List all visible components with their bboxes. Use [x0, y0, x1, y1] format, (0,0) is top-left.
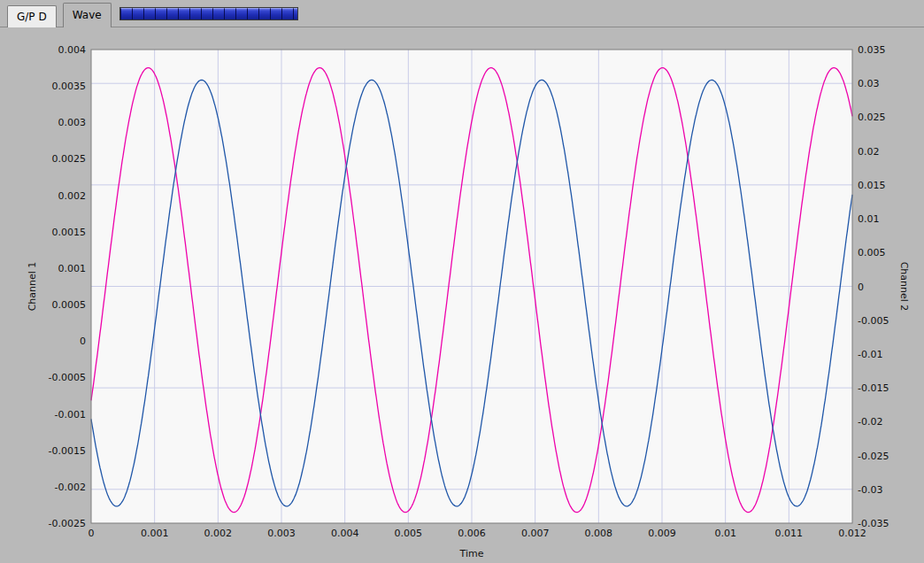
tab-wave-label: Wave	[73, 9, 102, 21]
y-right-tick-label: -0.03	[858, 484, 882, 496]
y-right-axis-title: Channel 2	[898, 262, 910, 312]
x-tick-label: 0.001	[141, 528, 169, 539]
y-right-tick-label: -0.01	[858, 349, 882, 360]
x-tick-label: 0.004	[331, 528, 359, 539]
y-left-tick-label: -0.0025	[49, 518, 86, 529]
x-tick-label: 0.008	[585, 528, 613, 539]
y-left-tick-label: 0.0005	[52, 299, 87, 311]
y-left-tick-label: -0.0015	[49, 445, 86, 457]
y-right-tick-label: -0.02	[858, 416, 882, 428]
x-tick-label: 0.01	[714, 528, 736, 539]
tab-gpd-label: G/P D	[17, 11, 47, 23]
y-right-tick-label: 0.025	[858, 112, 886, 123]
y-right-tick-label: 0.02	[858, 146, 880, 158]
x-tick-label: 0.007	[521, 528, 550, 539]
waveform-graph: 0.0040.00350.0030.00250.0020.00150.0010.…	[0, 28, 924, 563]
y-left-tick-label: 0.0015	[52, 227, 87, 238]
x-tick-label: 0	[89, 528, 95, 539]
y-right-tick-label: -0.015	[858, 382, 889, 394]
y-right-tick-label: 0.03	[858, 78, 880, 89]
x-tick-label: 0.012	[838, 528, 866, 539]
y-left-tick-label: 0.0025	[52, 153, 87, 165]
y-right-tick-label: 0.01	[858, 213, 880, 225]
x-tick-label: 0.011	[775, 528, 804, 539]
y-right-tick-label: -0.005	[858, 315, 889, 327]
y-left-tick-label: 0.003	[58, 117, 87, 128]
y-left-tick-label: 0.004	[58, 44, 87, 56]
x-tick-label: 0.002	[204, 528, 233, 539]
y-right-tick-label: 0.005	[858, 247, 886, 258]
y-left-tick-label: -0.0005	[49, 372, 86, 383]
x-tick-label: 0.003	[267, 528, 296, 539]
y-left-tick-label: 0.002	[58, 190, 87, 202]
progress-indicator	[119, 7, 298, 20]
y-left-tick-label: -0.002	[55, 482, 86, 493]
y-left-tick-label: 0.0035	[52, 81, 87, 92]
y-left-tick-label: 0.001	[58, 263, 87, 274]
tab-gpd[interactable]: G/P D	[7, 5, 57, 27]
y-left-tick-label: 0	[80, 335, 86, 347]
y-left-axis-title: Channel 1	[27, 262, 38, 312]
x-tick-label: 0.009	[648, 528, 676, 539]
y-right-tick-label: -0.025	[858, 451, 889, 462]
y-left-tick-label: -0.001	[55, 409, 86, 420]
y-right-tick-label: 0.035	[858, 44, 886, 56]
y-right-tick-label: 0	[858, 282, 864, 293]
tab-bar: G/P D Wave	[0, 0, 924, 27]
x-tick-label: 0.005	[395, 528, 423, 539]
x-tick-label: 0.006	[458, 528, 486, 539]
y-right-tick-label: 0.015	[858, 180, 886, 191]
x-axis-title: Time	[459, 548, 484, 559]
tab-wave[interactable]: Wave	[63, 3, 112, 27]
